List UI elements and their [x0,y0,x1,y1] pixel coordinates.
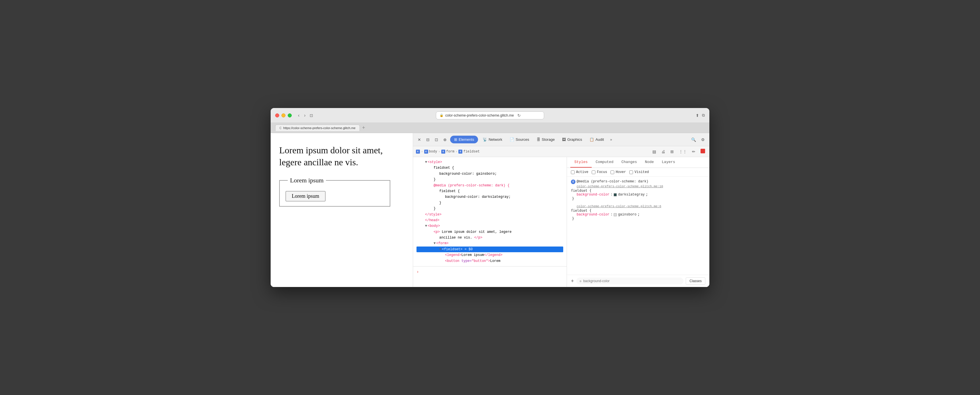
fieldset-legend: Lorem ipsum [288,177,326,184]
graphics-tab-label: Graphics [567,137,582,142]
elements-breadcrumb: E › E body › E form › E fieldset [413,146,710,157]
edit-button[interactable]: ✏ [690,148,697,155]
flex-view-button[interactable]: ⋮⋮ [678,148,688,155]
triangle-icon[interactable]: ▼ [425,159,427,165]
share-button[interactable]: ⬆ [696,113,699,118]
html-line: <button type="button">Lorem [417,258,563,264]
grid-view-button[interactable]: ⊞ [669,148,675,155]
page-text-line2: legere ancillae ne vis. [279,157,358,167]
css-selector-fieldset-1: fieldset { [571,189,592,193]
form-triangle-icon[interactable]: ▼ [434,241,436,246]
page-paragraph: Lorem ipsum dolor sit amet, legere ancil… [279,145,404,168]
body-triangle-icon[interactable]: ▼ [425,223,427,229]
add-property-bar: + ⊙ Classes [567,275,710,287]
tab-elements[interactable]: ⊞ Elements [450,135,478,143]
new-window-button[interactable]: ⧉ [702,113,705,118]
console-prompt-icon[interactable]: › [417,269,419,274]
tab-layers[interactable]: Layers [658,157,679,167]
devtools-undock-button[interactable]: ⊡ [433,136,440,143]
maximize-traffic-light[interactable] [288,113,292,118]
forward-button[interactable]: › [302,112,307,119]
fieldset-button[interactable]: Lorem ipsum [285,191,326,201]
css-color-swatch-light[interactable] [614,213,617,216]
css-semicolon-2: ; [638,213,640,217]
browser-tab[interactable]: C https://color-scheme-prefers-color-sch… [275,124,360,131]
layout-grid-button[interactable]: ▤ [651,148,657,155]
audit-tab-icon: 📋 [589,137,594,142]
console-bar: › [413,266,566,277]
pseudo-focus-text: Focus [597,170,607,174]
breadcrumb-item-fieldset[interactable]: E fieldset [458,150,480,154]
pseudo-focus-checkbox[interactable] [592,170,595,174]
devtools-inspect-button[interactable]: ⊕ [442,136,449,143]
sources-tab-label: Sources [515,137,529,142]
devtools-settings-button[interactable]: ⚙ [699,136,706,143]
html-line: <p> Lorem ipsum dolor sit amet, legere [417,229,563,235]
style-open-tag: <style> [428,159,442,165]
classes-button[interactable]: Classes [686,277,705,285]
tab-changes[interactable]: Changes [617,157,641,167]
styles-panel: Styles Computed Changes Node Layers Acti… [567,157,710,287]
reload-button[interactable]: ↻ [517,113,521,118]
tab-sources[interactable]: 📄 Sources [507,135,532,143]
css-color-swatch-dark[interactable] [614,193,617,196]
html-line: background-color: gainsboro; [417,171,563,177]
pseudo-active-label[interactable]: Active [571,170,588,174]
pseudo-hover-checkbox[interactable] [611,170,614,174]
print-button[interactable]: 🖨 [660,148,667,155]
pseudo-active-checkbox[interactable] [571,170,574,174]
elements-tab-label: Elements [459,137,474,142]
add-property-input-wrapper: ⊙ [576,277,684,284]
css-origin-link-1[interactable]: color-scheme-prefers-color-scheme.glitch… [577,185,705,188]
html-line: ▼ <form> [417,241,563,246]
devtools-close-button[interactable]: ✕ [416,136,423,143]
tab-styles[interactable]: Styles [570,157,592,167]
html-line: fieldset { [417,188,563,194]
css-close-brace-rule1: } [572,197,574,201]
tab-node[interactable]: Node [641,157,658,167]
sidebar-toggle-button[interactable]: ⊡ [310,113,313,118]
minimize-traffic-light[interactable] [282,113,285,118]
add-property-button[interactable]: + [571,279,574,284]
css-bg-prop: background-color: gainsboro; [439,171,497,177]
tab-computed[interactable]: Computed [592,157,617,167]
pseudo-visited-label[interactable]: Visited [629,170,649,174]
breadcrumb-item-form[interactable]: E form [441,150,454,154]
css-rule-base: color-scheme-prefers-color-scheme.glitch… [571,205,705,221]
css-semicolon-1: ; [646,193,648,197]
tab-network[interactable]: 📡 Network [480,135,505,143]
nav-buttons: ‹ › [296,112,307,119]
pseudo-hover-label[interactable]: Hover [611,170,626,174]
breadcrumb-sep-3: › [455,150,458,153]
close-traffic-light[interactable] [275,113,279,118]
breadcrumb-item-root[interactable]: E [416,150,420,154]
selected-html-line[interactable]: ▼ <fieldset> = $0 [417,247,563,252]
browser-window: ‹ › ⊡ 🔒 color-scheme-prefers-color-schem… [270,108,710,287]
pseudo-visited-checkbox[interactable] [629,170,633,174]
pseudo-focus-label[interactable]: Focus [592,170,607,174]
breadcrumb-sep-2: › [438,150,440,153]
tab-graphics[interactable]: 🖼 Graphics [559,135,585,143]
tab-audit[interactable]: 📋 Audit [587,135,607,143]
form-open-tag: <form> [436,241,449,246]
html-line: ▼ <style> [417,159,563,165]
breadcrumb-form-label: form [446,150,454,154]
new-tab-button[interactable]: + [362,125,365,131]
html-line: } [417,206,563,212]
color-swatch-button[interactable] [699,148,706,155]
head-close-tag: </head> [425,217,439,223]
css-origin-link-2[interactable]: color-scheme-prefers-color-scheme.glitch… [577,205,705,208]
add-property-input[interactable] [583,279,623,283]
devtools-toolbar-right: 🔍 ⚙ [689,136,706,143]
html-line: @media (prefers-color-scheme: dark) { [417,183,563,188]
tab-storage[interactable]: 🗄 Storage [534,135,558,143]
graphics-tab-icon: 🖼 [562,137,566,142]
back-button[interactable]: ‹ [296,112,301,119]
fieldset-triangle-icon[interactable]: ▼ [439,247,441,252]
breadcrumb-item-body[interactable]: E body [424,150,437,154]
devtools-dock-button[interactable]: ⊟ [425,136,431,143]
devtools-search-button[interactable]: 🔍 [689,136,698,143]
more-tabs-button[interactable]: » [609,137,614,143]
network-tab-label: Network [488,137,502,142]
storage-tab-icon: 🗄 [537,137,541,142]
